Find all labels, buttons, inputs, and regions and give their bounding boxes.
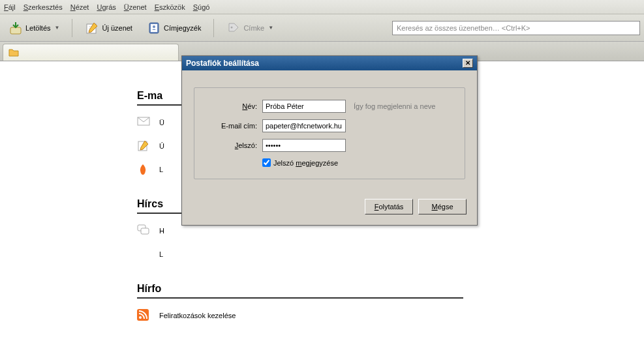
addressbook-icon	[147, 21, 161, 35]
svg-rect-9	[141, 228, 149, 234]
tag-label: Címke	[243, 24, 264, 32]
remember-password-label: Jelszó megjegyzése	[273, 159, 338, 167]
close-button[interactable]: ✕	[463, 59, 473, 68]
password-label: Jelszó:	[204, 141, 257, 149]
dropdown-arrow-icon: ▼	[268, 25, 273, 31]
list-item[interactable]: L	[137, 248, 631, 261]
list-item[interactable]: Feliratkozások kezelése	[137, 309, 631, 322]
email-field[interactable]	[262, 119, 346, 132]
remember-password-checkbox[interactable]	[262, 158, 271, 167]
continue-button[interactable]: Folytatás	[365, 199, 413, 214]
dialog-fieldset: Név: Így fog megjelenni a neve E-mail cí…	[194, 87, 465, 179]
addressbook-button[interactable]: Címjegyzék	[142, 18, 206, 38]
dialog-title: Postafiók beállítása	[186, 59, 259, 68]
password-field[interactable]	[262, 139, 346, 152]
menu-go[interactable]: Ugrás	[97, 3, 115, 11]
new-message-label: Új üzenet	[102, 24, 132, 32]
svg-rect-0	[10, 27, 21, 34]
fire-icon	[137, 163, 150, 176]
menu-bar: FFájlájl Szerkesztés Nézet Ugrás Üzenet …	[0, 0, 644, 14]
compose-icon	[85, 21, 99, 35]
menu-edit[interactable]: Szerkesztés	[23, 3, 63, 11]
menu-help[interactable]: Súgó	[193, 3, 210, 11]
menu-file[interactable]: FFájlájl	[4, 3, 16, 11]
dropdown-arrow-icon: ▼	[55, 25, 60, 31]
toolbar-separator	[72, 19, 72, 37]
svg-point-4	[153, 25, 155, 28]
menu-message[interactable]: Üzenet	[124, 3, 147, 11]
list-item[interactable]: H	[137, 224, 631, 237]
download-icon	[8, 21, 23, 35]
section-feeds: Hírfo	[137, 280, 463, 299]
mail-icon	[137, 116, 150, 129]
name-field[interactable]	[262, 100, 346, 113]
addressbook-label: Címjegyzék	[164, 24, 201, 32]
folder-icon	[8, 48, 19, 58]
new-message-button[interactable]: Új üzenet	[80, 18, 136, 38]
tag-icon	[226, 21, 241, 35]
name-label: Név:	[204, 102, 257, 110]
cancel-button[interactable]: Mégse	[418, 199, 467, 214]
toolbar-separator	[213, 19, 214, 37]
toolbar: Letöltés ▼ Új üzenet Címjegyzék Címke ▼ …	[0, 14, 644, 42]
svg-point-11	[139, 316, 142, 319]
name-hint: Így fog megjelenni a neve	[354, 102, 435, 110]
chat-icon	[137, 224, 150, 237]
compose-icon	[137, 140, 150, 153]
account-setup-dialog: Postafiók beállítása ✕ Név: Így fog megj…	[181, 55, 478, 226]
dialog-titlebar[interactable]: Postafiók beállítása ✕	[182, 56, 477, 70]
tab-main[interactable]	[3, 44, 179, 61]
search-placeholder: Keresés az összes üzenetben… <Ctrl+K>	[397, 24, 530, 32]
blank-icon	[137, 248, 150, 261]
download-label: Letöltés	[25, 24, 51, 32]
rss-icon	[137, 309, 150, 322]
tag-button[interactable]: Címke ▼	[222, 18, 278, 38]
menu-tools[interactable]: Eszközök	[155, 3, 185, 11]
search-input[interactable]: Keresés az összes üzenetben… <Ctrl+K>	[392, 21, 640, 35]
download-button[interactable]: Letöltés ▼	[4, 18, 64, 38]
email-label: E-mail cím:	[204, 122, 257, 130]
menu-view[interactable]: Nézet	[70, 3, 89, 11]
svg-point-5	[231, 26, 233, 28]
